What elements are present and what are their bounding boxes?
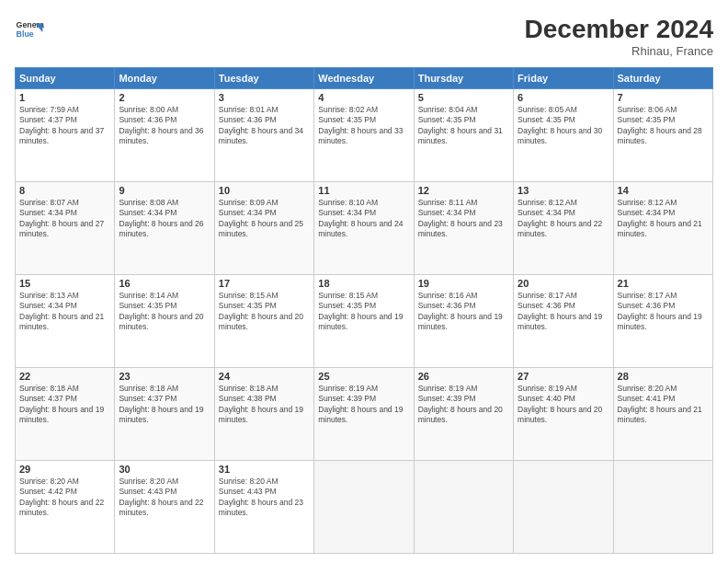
table-row: 25Sunrise: 8:19 AMSunset: 4:39 PMDayligh… — [314, 368, 414, 461]
table-row: 11Sunrise: 8:10 AMSunset: 4:34 PMDayligh… — [314, 182, 414, 275]
table-row: 30Sunrise: 8:20 AMSunset: 4:43 PMDayligh… — [115, 461, 214, 554]
table-row: 16Sunrise: 8:14 AMSunset: 4:35 PMDayligh… — [115, 275, 214, 368]
month-title: December 2024 — [525, 15, 713, 44]
col-sunday: Sunday — [16, 68, 115, 89]
header-row: Sunday Monday Tuesday Wednesday Thursday… — [16, 68, 713, 89]
table-row: 17Sunrise: 8:15 AMSunset: 4:35 PMDayligh… — [214, 275, 313, 368]
table-row: 10Sunrise: 8:09 AMSunset: 4:34 PMDayligh… — [214, 182, 313, 275]
table-row: 20Sunrise: 8:17 AMSunset: 4:36 PMDayligh… — [514, 275, 613, 368]
table-row: 2Sunrise: 8:00 AMSunset: 4:36 PMDaylight… — [115, 89, 214, 182]
logo: General Blue — [15, 15, 44, 44]
logo-icon: General Blue — [15, 15, 44, 44]
table-row: 13Sunrise: 8:12 AMSunset: 4:34 PMDayligh… — [514, 182, 613, 275]
table-row: 29Sunrise: 8:20 AMSunset: 4:42 PMDayligh… — [16, 461, 115, 554]
table-row — [414, 461, 513, 554]
table-row: 24Sunrise: 8:18 AMSunset: 4:38 PMDayligh… — [214, 368, 313, 461]
table-row: 4Sunrise: 8:02 AMSunset: 4:35 PMDaylight… — [314, 89, 414, 182]
table-row: 23Sunrise: 8:18 AMSunset: 4:37 PMDayligh… — [115, 368, 214, 461]
table-row: 15Sunrise: 8:13 AMSunset: 4:34 PMDayligh… — [16, 275, 115, 368]
calendar-table: Sunday Monday Tuesday Wednesday Thursday… — [15, 67, 713, 554]
table-row: 31Sunrise: 8:20 AMSunset: 4:43 PMDayligh… — [214, 461, 313, 554]
title-block: December 2024 Rhinau, France — [525, 15, 713, 58]
svg-text:Blue: Blue — [17, 29, 34, 39]
location-subtitle: Rhinau, France — [525, 44, 713, 58]
col-tuesday: Tuesday — [214, 68, 313, 89]
table-row: 26Sunrise: 8:19 AMSunset: 4:39 PMDayligh… — [414, 368, 513, 461]
col-thursday: Thursday — [414, 68, 513, 89]
page: General Blue December 2024 Rhinau, Franc… — [0, 0, 728, 563]
table-row: 27Sunrise: 8:19 AMSunset: 4:40 PMDayligh… — [514, 368, 613, 461]
table-row: 21Sunrise: 8:17 AMSunset: 4:36 PMDayligh… — [613, 275, 712, 368]
table-row: 7Sunrise: 8:06 AMSunset: 4:35 PMDaylight… — [613, 89, 712, 182]
table-row: 3Sunrise: 8:01 AMSunset: 4:36 PMDaylight… — [214, 89, 313, 182]
col-monday: Monday — [115, 68, 214, 89]
col-saturday: Saturday — [613, 68, 712, 89]
table-row: 14Sunrise: 8:12 AMSunset: 4:34 PMDayligh… — [613, 182, 712, 275]
col-friday: Friday — [514, 68, 613, 89]
table-row — [314, 461, 414, 554]
table-row — [514, 461, 613, 554]
table-row: 5Sunrise: 8:04 AMSunset: 4:35 PMDaylight… — [414, 89, 513, 182]
header: General Blue December 2024 Rhinau, Franc… — [15, 15, 713, 58]
table-row: 9Sunrise: 8:08 AMSunset: 4:34 PMDaylight… — [115, 182, 214, 275]
table-row — [613, 461, 712, 554]
col-wednesday: Wednesday — [314, 68, 414, 89]
table-row: 19Sunrise: 8:16 AMSunset: 4:36 PMDayligh… — [414, 275, 513, 368]
table-row: 28Sunrise: 8:20 AMSunset: 4:41 PMDayligh… — [613, 368, 712, 461]
table-row: 6Sunrise: 8:05 AMSunset: 4:35 PMDaylight… — [514, 89, 613, 182]
table-row: 18Sunrise: 8:15 AMSunset: 4:35 PMDayligh… — [314, 275, 414, 368]
table-row: 22Sunrise: 8:18 AMSunset: 4:37 PMDayligh… — [16, 368, 115, 461]
table-row: 12Sunrise: 8:11 AMSunset: 4:34 PMDayligh… — [414, 182, 513, 275]
table-row: 1Sunrise: 7:59 AMSunset: 4:37 PMDaylight… — [16, 89, 115, 182]
table-row: 8Sunrise: 8:07 AMSunset: 4:34 PMDaylight… — [16, 182, 115, 275]
